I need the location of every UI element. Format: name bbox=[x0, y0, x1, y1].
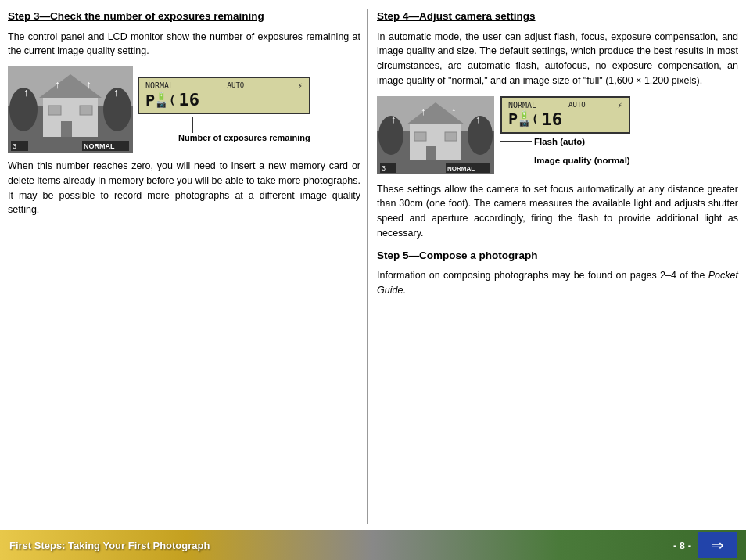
right-lcd-mid-icons: 🔋📷 bbox=[519, 111, 529, 127]
svg-text:NORMAL: NORMAL bbox=[84, 142, 115, 150]
right-lcd-lightning: ⚡ bbox=[618, 101, 622, 109]
flash-label-container: Flash (auto) bbox=[500, 137, 630, 146]
lcd-and-label-left: NORMAL AUTO ⚡ P 🔋📷 ( 16 bbox=[138, 77, 310, 142]
number-exposures-label: Number of exposures remaining bbox=[178, 133, 310, 142]
quality-line bbox=[500, 160, 532, 160]
quality-label-container: Image quality (normal) bbox=[500, 156, 630, 165]
lcd-icons-middle: 🔋📷 bbox=[156, 92, 166, 108]
quality-label: Image quality (normal) bbox=[534, 156, 630, 165]
svg-rect-21 bbox=[426, 146, 436, 160]
lcd-separator: ( bbox=[169, 94, 175, 106]
right-column: Step 4—Adjust camera settings In automat… bbox=[374, 9, 738, 524]
right-lcd-paren: ( bbox=[532, 113, 538, 125]
flash-label: Flash (auto) bbox=[534, 137, 585, 146]
right-lcd-main: P 🔋📷 ( 16 bbox=[508, 109, 562, 129]
step3-para2: When this number reaches zero, you will … bbox=[8, 159, 360, 217]
lcd-main-row: P 🔋📷 ( 16 bbox=[145, 90, 199, 109]
svg-text:↑: ↑ bbox=[86, 78, 91, 91]
lcd-top-row: NORMAL AUTO ⚡ bbox=[145, 81, 303, 90]
footer-right: - 8 - ⇒ bbox=[673, 532, 737, 558]
right-lcd-area: NORMAL AUTO ⚡ P 🔋📷 ( 16 bbox=[500, 96, 630, 165]
step4-para1: In automatic mode, the user can adjust f… bbox=[377, 30, 738, 88]
step4-heading: Step 4—Adjust camera settings bbox=[377, 9, 738, 23]
lcd-display-left: NORMAL AUTO ⚡ P 🔋📷 ( 16 bbox=[138, 77, 310, 114]
right-lcd-auto: AUTO bbox=[568, 101, 586, 109]
lcd-auto-label: AUTO bbox=[228, 81, 245, 90]
next-button[interactable]: ⇒ bbox=[698, 532, 737, 558]
vertical-pointer bbox=[192, 117, 193, 133]
right-lcd-p: P bbox=[508, 109, 518, 128]
svg-text:↑: ↑ bbox=[475, 113, 481, 125]
svg-rect-23 bbox=[445, 132, 457, 141]
svg-text:↑: ↑ bbox=[451, 106, 457, 117]
footer-title: First Steps: Taking Your First Photograp… bbox=[9, 540, 210, 551]
lcd-exposure-number: 16 bbox=[178, 90, 199, 109]
lcd-lightning-icon: ⚡ bbox=[298, 81, 303, 90]
camera-image-right: ↑ ↑ ↑ ↑ NORMAL 3 bbox=[377, 96, 494, 174]
step3-para1: The control panel and LCD monitor show t… bbox=[8, 30, 360, 59]
svg-rect-5 bbox=[48, 106, 61, 115]
svg-text:↑: ↑ bbox=[113, 86, 119, 99]
next-arrow-icon: ⇒ bbox=[711, 536, 724, 555]
flash-line bbox=[500, 141, 532, 142]
svg-text:↑: ↑ bbox=[421, 106, 426, 117]
exposure-label-row bbox=[138, 117, 310, 133]
right-lcd-top: NORMAL AUTO ⚡ bbox=[508, 101, 622, 109]
step3-diagram: ↑ ↑ ↑ ↑ NORMAL 3 bbox=[8, 66, 360, 153]
svg-text:3: 3 bbox=[13, 142, 16, 150]
camera-image-left: ↑ ↑ ↑ ↑ NORMAL 3 bbox=[8, 66, 133, 153]
step5-text-before: Information on composing photographs may… bbox=[377, 270, 708, 281]
step5-para: Information on composing photographs may… bbox=[377, 268, 738, 298]
svg-text:↑: ↑ bbox=[391, 113, 396, 125]
svg-rect-4 bbox=[61, 121, 72, 137]
step5-period: . bbox=[403, 285, 405, 296]
footer: First Steps: Taking Your First Photograp… bbox=[0, 530, 746, 560]
step3-heading: Step 3—Check the number of exposures rem… bbox=[8, 9, 360, 23]
step5-heading: Step 5—Compose a photograph bbox=[377, 249, 738, 263]
lcd-display-right: NORMAL AUTO ⚡ P 🔋📷 ( 16 bbox=[500, 96, 630, 134]
exposure-label: Number of exposures remaining bbox=[138, 133, 310, 142]
svg-text:NORMAL: NORMAL bbox=[447, 165, 475, 172]
left-column: Step 3—Check the number of exposures rem… bbox=[8, 9, 368, 524]
svg-rect-6 bbox=[80, 106, 92, 115]
svg-rect-22 bbox=[414, 132, 426, 141]
footer-page: - 8 - bbox=[673, 540, 691, 551]
right-lcd-number: 16 bbox=[541, 109, 562, 129]
page-container: Step 3—Check the number of exposures rem… bbox=[0, 0, 746, 560]
label-line bbox=[138, 138, 177, 138]
right-lcd-normal: NORMAL bbox=[508, 101, 536, 109]
lcd-normal-label: NORMAL bbox=[145, 81, 174, 90]
svg-text:3: 3 bbox=[382, 164, 386, 172]
step4-diagram: ↑ ↑ ↑ ↑ NORMAL 3 NORMAL bbox=[377, 96, 738, 174]
svg-text:↑: ↑ bbox=[23, 86, 29, 99]
lcd-p-symbol: P bbox=[145, 91, 155, 109]
step4-para2: These settings allow the camera to set f… bbox=[377, 182, 738, 241]
content-area: Step 3—Check the number of exposures rem… bbox=[0, 0, 746, 530]
svg-text:↑: ↑ bbox=[55, 78, 60, 91]
